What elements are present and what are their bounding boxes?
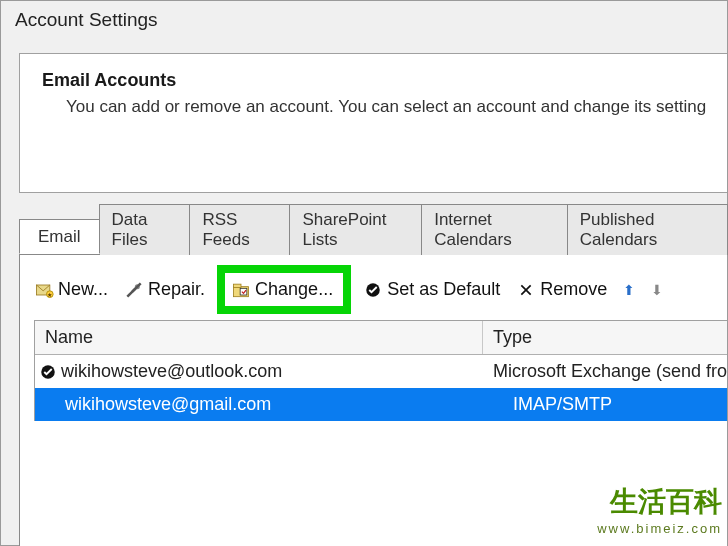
repair-label: Repair.	[148, 279, 205, 300]
set-default-label: Set as Default	[387, 279, 500, 300]
table-row[interactable]: wikihowsteve@outlook.com Microsoft Excha…	[35, 355, 727, 388]
accounts-toolbar: ★ New... Repair. Change...	[20, 275, 727, 320]
tab-email[interactable]: Email	[19, 219, 100, 254]
col-header-name[interactable]: Name	[35, 321, 483, 354]
tab-strip: Email Data Files RSS Feeds SharePoint Li…	[19, 203, 727, 255]
table-row[interactable]: wikihowsteve@gmail.com IMAP/SMTP	[35, 388, 727, 421]
account-settings-window: Account Settings Email Accounts You can …	[0, 0, 728, 546]
remove-label: Remove	[540, 279, 607, 300]
change-folder-icon	[231, 280, 251, 300]
repair-account-button[interactable]: Repair.	[118, 275, 211, 304]
repair-tools-icon	[124, 280, 144, 300]
account-type-cell: IMAP/SMTP	[483, 388, 727, 421]
table-header: Name Type	[35, 321, 727, 355]
remove-x-icon	[516, 280, 536, 300]
tab-internet-calendars[interactable]: Internet Calendars	[421, 204, 568, 255]
col-header-type[interactable]: Type	[483, 321, 727, 354]
new-account-button[interactable]: ★ New...	[28, 275, 114, 304]
window-title: Account Settings	[1, 1, 727, 35]
account-name-cell: wikihowsteve@gmail.com	[65, 394, 271, 415]
tab-data-files[interactable]: Data Files	[99, 204, 191, 255]
svg-rect-5	[234, 284, 242, 287]
watermark-chars: 生活百科	[597, 483, 722, 521]
svg-text:★: ★	[47, 291, 52, 297]
watermark: 生活百科 www.bimeiz.com	[597, 483, 722, 536]
new-envelope-icon: ★	[34, 280, 54, 300]
email-accounts-panel: Email Accounts You can add or remove an …	[19, 53, 727, 193]
watermark-url: www.bimeiz.com	[597, 521, 722, 536]
move-down-button[interactable]: ⬇	[645, 278, 669, 302]
change-label: Change...	[255, 279, 333, 300]
default-check-icon	[39, 363, 57, 381]
change-highlight: Change...	[217, 265, 351, 314]
accounts-table: Name Type wikihowsteve@outlook.com Micro…	[34, 320, 727, 421]
set-default-button[interactable]: Set as Default	[357, 275, 506, 304]
tab-rss-feeds[interactable]: RSS Feeds	[189, 204, 290, 255]
arrow-down-icon: ⬇	[651, 282, 663, 298]
arrow-up-icon: ⬆	[623, 282, 635, 298]
account-type-cell: Microsoft Exchange (send from t	[483, 355, 727, 388]
check-circle-icon	[363, 280, 383, 300]
tab-published-calendars[interactable]: Published Calendars	[567, 204, 728, 255]
tab-sharepoint-lists[interactable]: SharePoint Lists	[289, 204, 422, 255]
new-label: New...	[58, 279, 108, 300]
account-name-cell: wikihowsteve@outlook.com	[61, 361, 282, 382]
panel-heading: Email Accounts	[42, 70, 727, 91]
move-up-button[interactable]: ⬆	[617, 278, 641, 302]
remove-account-button[interactable]: Remove	[510, 275, 613, 304]
change-account-button[interactable]: Change...	[231, 279, 333, 300]
panel-description: You can add or remove an account. You ca…	[42, 97, 727, 117]
